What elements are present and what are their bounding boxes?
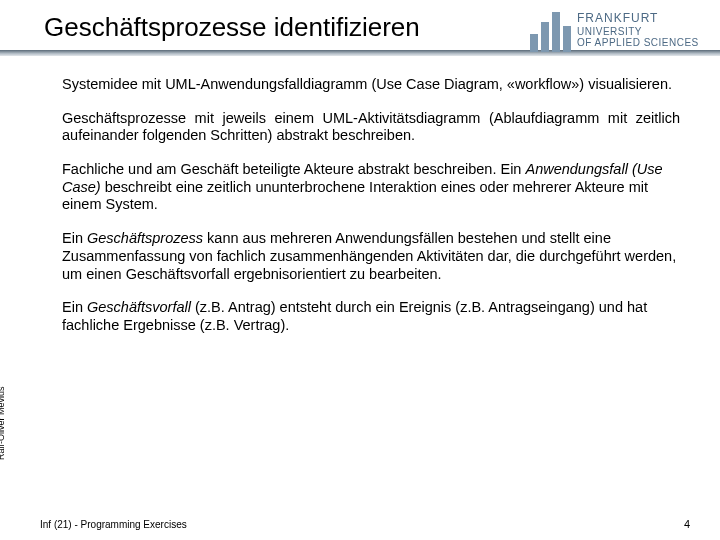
- p4-text-a: Ein: [62, 230, 87, 246]
- p3-text-b: beschreibt eine zeitlich ununterbrochene…: [62, 179, 648, 213]
- p5-text-a: Ein: [62, 299, 87, 315]
- logo-line1: FRANKFURT: [577, 12, 699, 25]
- page-number: 4: [684, 518, 690, 530]
- logo-line2: UNIVERSITY: [577, 26, 699, 37]
- logo-text: FRANKFURT UNIVERSITY OF APPLIED SCIENCES: [577, 12, 699, 47]
- p4-emphasis: Geschäftsprozess: [87, 230, 203, 246]
- p3-text-a: Fachliche und am Geschäft beteiligte Akt…: [62, 161, 525, 177]
- logo-bars-icon: [530, 8, 571, 52]
- university-logo: FRANKFURT UNIVERSITY OF APPLIED SCIENCES: [530, 2, 710, 58]
- paragraph-1: Systemidee mit UML-Anwendungsfalldiagram…: [62, 76, 680, 94]
- logo-line3: OF APPLIED SCIENCES: [577, 37, 699, 48]
- slide-footer: Inf (21) - Programming Exercises 4: [0, 518, 720, 530]
- paragraph-4: Ein Geschäftsprozess kann aus mehreren A…: [62, 230, 680, 283]
- paragraph-3: Fachliche und am Geschäft beteiligte Akt…: [62, 161, 680, 214]
- footer-left: Inf (21) - Programming Exercises: [40, 519, 187, 530]
- paragraph-5: Ein Geschäftsvorfall (z.B. Antrag) entst…: [62, 299, 680, 334]
- author-sidebar: Ralf-Oliver Mevius: [0, 386, 6, 460]
- paragraph-2: Geschäftsprozesse mit jeweils einem UML-…: [62, 110, 680, 145]
- slide-header: Geschäftsprozesse identifizieren FRANKFU…: [0, 0, 720, 68]
- slide-content: Systemidee mit UML-Anwendungsfalldiagram…: [0, 68, 720, 335]
- p5-emphasis: Geschäftsvorfall: [87, 299, 191, 315]
